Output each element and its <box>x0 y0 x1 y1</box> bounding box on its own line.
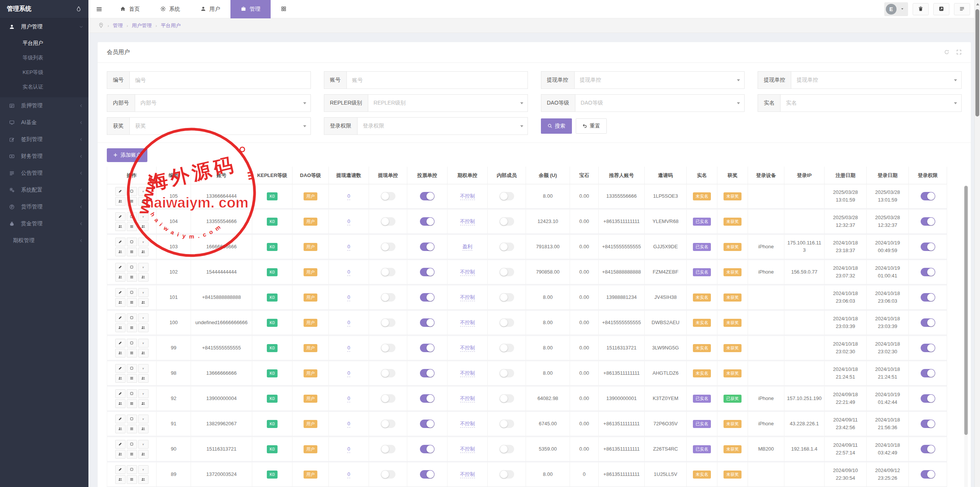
trash-button[interactable] <box>913 3 929 15</box>
withdraw-control-toggle[interactable] <box>381 318 395 327</box>
user-menu[interactable]: E <box>884 2 908 16</box>
sidebar-item-5[interactable]: 公告管理 <box>0 165 88 182</box>
internal-member-toggle[interactable] <box>500 470 514 479</box>
top-nav-system[interactable]: 系统 <box>150 0 190 18</box>
action-rows-button[interactable] <box>127 450 137 459</box>
sidebar-item-4[interactable]: 财务管理 <box>0 148 88 165</box>
DAO等级-select[interactable]: DAO等级 <box>575 94 745 112</box>
action-team2-button[interactable] <box>138 197 149 206</box>
action-window-button[interactable] <box>127 288 137 297</box>
withdraw-invites-link[interactable]: 0 <box>347 345 350 352</box>
withdraw-invites-link[interactable]: 0 <box>347 446 350 453</box>
option-control-link[interactable]: 不控制 <box>460 471 475 478</box>
internal-member-toggle[interactable] <box>500 192 514 200</box>
withdraw-control-toggle[interactable] <box>381 344 395 352</box>
action-team-button[interactable] <box>115 197 126 206</box>
fullscreen-icon[interactable] <box>956 49 962 56</box>
sidebar-item-9[interactable]: 期权管理 <box>0 232 88 249</box>
internal-member-toggle[interactable] <box>500 420 514 428</box>
sidebar-item-3[interactable]: 签到管理 <box>0 131 88 148</box>
vote-control-toggle[interactable] <box>420 344 434 352</box>
action-edit-button[interactable] <box>115 415 126 423</box>
top-nav-user[interactable]: 用户 <box>190 0 230 18</box>
sidebar-subitem[interactable]: 等级列表 <box>0 51 88 65</box>
internal-member-toggle[interactable] <box>500 394 514 403</box>
action-team-button[interactable] <box>115 222 126 231</box>
action-edit-button[interactable] <box>115 364 126 373</box>
action-edit-button[interactable] <box>115 339 126 348</box>
login-permission-toggle[interactable] <box>921 445 935 453</box>
action-team-button[interactable] <box>115 399 126 408</box>
withdraw-invites-link[interactable]: 0 <box>347 395 350 402</box>
action-rows-button[interactable] <box>127 298 137 307</box>
vote-control-toggle[interactable] <box>420 318 434 327</box>
action-edit-button[interactable] <box>115 263 126 272</box>
action-team2-button[interactable] <box>138 399 149 408</box>
internal-member-toggle[interactable] <box>500 268 514 276</box>
option-control-link[interactable]: 不控制 <box>460 370 475 377</box>
login-permission-toggle[interactable] <box>921 470 935 479</box>
action-rows-button[interactable] <box>127 222 137 231</box>
internal-member-toggle[interactable] <box>500 293 514 302</box>
withdraw-control-toggle[interactable] <box>381 420 395 428</box>
table-scrollbar-thumb[interactable] <box>964 186 968 435</box>
login-permission-toggle[interactable] <box>921 318 935 327</box>
action-edit-button[interactable] <box>115 187 126 196</box>
login-permission-toggle[interactable] <box>921 293 935 302</box>
vote-control-toggle[interactable] <box>420 268 434 276</box>
login-permission-toggle[interactable] <box>921 268 935 276</box>
action-team-button[interactable] <box>115 349 126 357</box>
option-control-link[interactable]: 不控制 <box>460 269 475 276</box>
login-permission-toggle[interactable] <box>921 369 935 377</box>
action-window-button[interactable] <box>127 339 137 348</box>
内部号-select[interactable]: 内部号 <box>135 94 311 112</box>
action-team-button[interactable] <box>115 475 126 484</box>
sidebar-item-2[interactable]: AI基金 <box>0 114 88 131</box>
action-edit-button[interactable] <box>115 389 126 398</box>
vote-control-toggle[interactable] <box>420 217 434 226</box>
sidebar-item-7[interactable]: 货币管理 <box>0 198 88 215</box>
breadcrumb-link[interactable]: 管理 <box>113 22 123 29</box>
action-rows-button[interactable] <box>127 374 137 383</box>
登录权限-select[interactable]: 登录权限 <box>357 117 528 135</box>
withdraw-invites-link[interactable]: 0 <box>347 218 350 225</box>
action-team2-button[interactable] <box>138 374 149 383</box>
action-edit-button[interactable] <box>115 288 126 297</box>
提现单控-select[interactable]: 提现单控 <box>791 71 962 89</box>
action-vine-button[interactable]: v <box>138 238 149 246</box>
action-window-button[interactable] <box>127 187 137 196</box>
external-link-button[interactable] <box>933 3 949 15</box>
option-control-link[interactable]: 不控制 <box>460 446 475 453</box>
action-rows-button[interactable] <box>127 248 137 256</box>
action-rows-button[interactable] <box>127 349 137 357</box>
action-vine-button[interactable]: v <box>138 339 149 348</box>
实名-select[interactable]: 实名 <box>780 94 962 112</box>
action-team-button[interactable] <box>115 425 126 433</box>
action-vine-button[interactable]: v <box>138 389 149 398</box>
获奖-select[interactable]: 获奖 <box>129 117 311 135</box>
login-permission-toggle[interactable] <box>921 243 935 251</box>
action-vine-button[interactable]: v <box>138 440 149 449</box>
action-edit-button[interactable] <box>115 465 126 474</box>
withdraw-control-toggle[interactable] <box>381 192 395 200</box>
login-permission-toggle[interactable] <box>921 344 935 352</box>
top-nav-home[interactable]: 首页 <box>110 0 150 18</box>
action-window-button[interactable] <box>127 263 137 272</box>
withdraw-control-toggle[interactable] <box>381 369 395 377</box>
vote-control-toggle[interactable] <box>420 394 434 403</box>
action-rows-button[interactable] <box>127 425 137 433</box>
action-team2-button[interactable] <box>138 248 149 256</box>
action-edit-button[interactable] <box>115 313 126 322</box>
internal-member-toggle[interactable] <box>500 445 514 453</box>
withdraw-invites-link[interactable]: 0 <box>347 370 350 377</box>
top-nav-manage[interactable]: 管理 <box>230 0 271 18</box>
withdraw-control-toggle[interactable] <box>381 394 395 403</box>
internal-member-toggle[interactable] <box>500 344 514 352</box>
action-window-button[interactable] <box>127 313 137 322</box>
vote-control-toggle[interactable] <box>420 293 434 302</box>
vote-control-toggle[interactable] <box>420 192 434 200</box>
账号-input[interactable] <box>346 71 528 89</box>
login-permission-toggle[interactable] <box>921 192 935 200</box>
action-team-button[interactable] <box>115 273 126 282</box>
sidebar-item-6[interactable]: 系统配置 <box>0 182 88 198</box>
